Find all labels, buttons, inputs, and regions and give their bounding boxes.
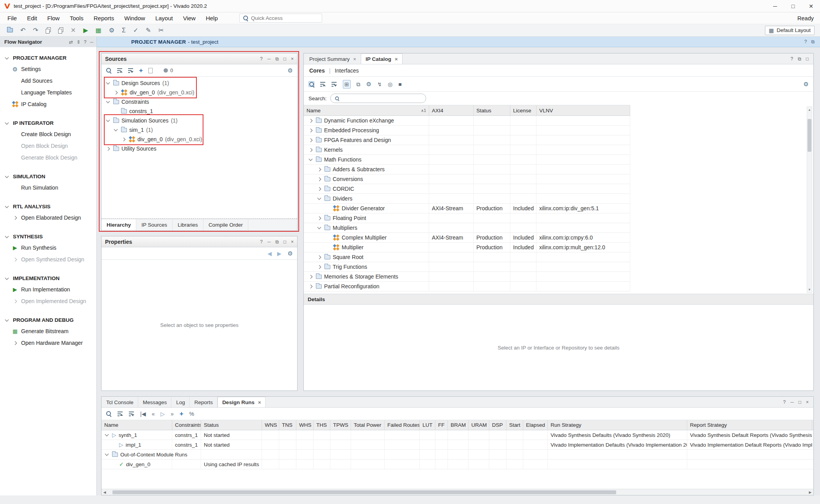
close-tab-icon[interactable]: × [395,56,398,62]
scrollbar-thumb[interactable] [112,490,616,494]
flow-item-language-templates[interactable]: Language Templates [0,87,96,98]
swap-icon[interactable]: ⇄ [69,40,73,44]
flow-item-open-elaborated-design[interactable]: Open Elaborated Design [0,212,96,224]
cut-icon[interactable]: ✂ [159,27,164,34]
plus-icon[interactable]: + [180,410,184,417]
column-header-start[interactable]: Start [506,420,523,430]
flow-item-add-sources[interactable]: Add Sources [0,75,96,87]
collapse-icon[interactable] [105,82,111,84]
expand-icon[interactable] [105,147,111,150]
search-icon[interactable] [308,81,314,87]
collapse-icon[interactable] [308,159,314,160]
close-tab-icon[interactable]: × [258,399,261,405]
sources-tree-row-sim-1[interactable]: sim_1(1) [102,125,297,135]
minimize-icon[interactable]: ─ [90,40,93,44]
collapse-icon[interactable] [105,120,111,121]
catalog-row-multiplier[interactable]: MultiplierProductionIncludedxilinx.com:i… [304,243,630,252]
catalog-row-fpga-features-and-design[interactable]: FPGA Features and Design [304,135,630,145]
stop-icon[interactable]: ■ [398,82,401,87]
open-project-icon[interactable] [7,28,13,32]
catalog-row-kernels[interactable]: Kernels [304,145,630,155]
expand-icon[interactable] [316,188,322,190]
minimize-icon[interactable]: ─ [267,57,271,61]
collapse-all-icon[interactable] [117,68,123,73]
help-icon[interactable]: ? [260,240,263,244]
float-icon[interactable]: ⧉ [275,240,279,244]
help-icon[interactable]: ? [790,57,793,61]
run-row-out-of-context-module-runs[interactable]: Out-of-Context Module Runs [102,450,813,460]
catalog-row-dynamic-function-exchange[interactable]: Dynamic Function eXchange [304,116,630,126]
column-header-name[interactable]: Name∧1 [304,105,429,115]
plus-icon[interactable]: + [139,67,143,74]
tab-messages[interactable]: Messages [138,397,172,407]
resize-icon[interactable]: ⇕ [77,40,80,44]
tab-reports[interactable]: Reports [190,397,217,407]
sources-tab-hierarchy[interactable]: Hierarchy [102,219,136,231]
help-icon[interactable]: ? [783,400,786,405]
collapse-icon[interactable] [4,57,10,59]
collapse-icon[interactable] [113,129,119,131]
collapse-icon[interactable] [105,101,111,103]
tab-ip-catalog[interactable]: IP Catalog× [361,53,402,64]
collapse-icon[interactable] [104,454,110,455]
flow-item-open-hardware-manager[interactable]: Open Hardware Manager [0,337,96,349]
column-header-report-strategy[interactable]: Report Strategy [687,420,812,430]
collapse-icon[interactable] [4,319,10,321]
float-icon[interactable]: ⧉ [811,39,815,44]
detach-icon[interactable]: ⧉ [357,82,360,87]
scrollbar-thumb[interactable] [808,119,811,152]
forward-icon[interactable]: ▶ [277,251,282,256]
sources-tab-libraries[interactable]: Libraries [173,219,203,231]
quick-access[interactable] [239,14,322,23]
expand-icon[interactable] [316,266,322,268]
back-icon[interactable]: ◀ [267,251,272,256]
catalog-row-memories-storage-elements[interactable]: Memories & Storage Elements [304,272,630,282]
column-header-status[interactable]: Status [474,105,510,115]
collapse-icon[interactable] [104,434,110,436]
target-icon[interactable]: ◎ [388,82,392,87]
collapse-icon[interactable] [4,206,10,208]
expand-icon[interactable] [316,178,322,181]
collapse-all-icon[interactable] [320,82,326,87]
maximize-button[interactable]: □ [784,0,802,12]
collapse-icon[interactable] [4,236,10,238]
sources-tree-row-constraints[interactable]: Constraints [102,97,297,106]
catalog-row-divider-generator[interactable]: Divider GeneratorAXI4-StreamProductionIn… [304,204,630,213]
flow-section-header-implementation[interactable]: IMPLEMENTATION [0,273,96,284]
float-icon[interactable]: ⧉ [798,57,801,61]
catalog-row-partial-reconfiguration[interactable]: Partial Reconfiguration [304,282,630,291]
menu-view[interactable]: View [178,13,201,23]
edit-icon[interactable]: ✎ [146,27,151,34]
flow-item-create-block-design[interactable]: Create Block Design [0,128,96,140]
column-header-uram[interactable]: URAM [469,420,489,430]
sum-icon[interactable]: Σ [122,27,126,34]
menu-edit[interactable]: Edit [22,13,42,23]
expand-icon[interactable] [316,168,322,171]
scrollbar-track[interactable] [108,489,807,495]
sources-tree-row-utility-sources[interactable]: Utility Sources [102,144,297,153]
skip-start-icon[interactable]: |◀ [140,411,146,417]
bolt-icon[interactable]: ↯ [377,82,382,87]
tab-design-runs[interactable]: Design Runs× [217,397,266,407]
maximize-icon[interactable]: □ [283,57,286,61]
close-button[interactable]: ✕ [802,0,820,12]
column-header-tpws[interactable]: TPWS [330,420,351,430]
menu-file[interactable]: File [2,13,22,23]
horizontal-scrollbar[interactable]: ◀ ▶ [102,489,813,495]
column-header-run-strategy[interactable]: Run Strategy [548,420,687,430]
scroll-up-icon[interactable]: ▲ [807,107,812,113]
catalog-search-input[interactable] [342,96,417,101]
expand-icon[interactable] [308,285,314,288]
collapse-icon[interactable] [316,198,322,199]
expand-icon[interactable] [308,139,314,142]
tab-tcl-console[interactable]: Tcl Console [102,397,138,407]
wrench-icon[interactable]: ⚙ [366,81,371,87]
column-header-lut[interactable]: LUT [420,420,435,430]
expand-icon[interactable] [308,129,314,132]
sources-tree-row-design-sources[interactable]: Design Sources(1) [102,78,297,88]
menu-flow[interactable]: Flow [42,13,65,23]
column-header-license[interactable]: License [510,105,537,115]
make-active-icon[interactable]: ▦ [96,27,102,34]
copy-icon[interactable] [46,27,51,33]
help-icon[interactable]: ? [804,39,807,44]
